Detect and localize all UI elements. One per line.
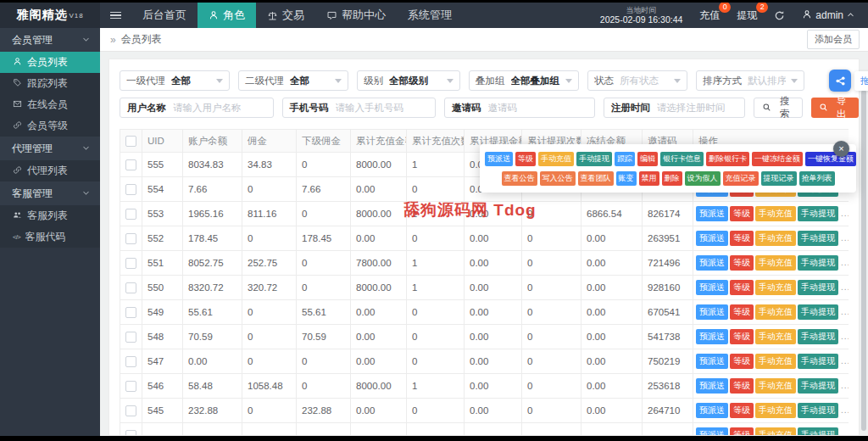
manual-withdraw-button[interactable]: 手动提现 [798,304,838,320]
pre-dispatch-button[interactable]: 预派送 [696,427,728,435]
popup-action-button[interactable]: 编辑 [637,152,658,166]
popup-action-button[interactable]: 查看团队 [578,171,614,186]
pre-dispatch-button[interactable]: 预派送 [696,231,728,246]
popup-action-button[interactable]: 设为假人 [685,171,721,186]
manual-withdraw-button[interactable]: 手动提现 [798,329,838,344]
popup-action-button[interactable]: 抢单列表 [799,171,835,186]
popup-action-button[interactable]: 账变 [616,171,637,186]
popup-action-button[interactable]: 一键冻结金额 [752,152,803,166]
close-icon[interactable]: × [833,141,849,157]
manual-recharge-button[interactable]: 手动充值 [755,280,796,295]
filter-select-status[interactable]: 状态 所有状态 [587,70,687,91]
pre-dispatch-button[interactable]: 预派送 [696,304,728,320]
manual-withdraw-button[interactable]: 手动提现 [798,231,838,246]
row-checkbox[interactable] [125,307,136,318]
select-all-checkbox[interactable] [125,136,136,147]
popup-action-button[interactable]: 一键恢复金额 [805,152,856,166]
row-checkbox[interactable] [125,258,136,269]
sidebar-group-agent[interactable]: 代理管理 [0,137,100,160]
manual-withdraw-button[interactable]: 手动提现 [798,280,838,295]
popup-action-button[interactable]: 删除 [662,171,682,186]
manual-recharge-button[interactable]: 手动充值 [755,378,796,394]
pre-dispatch-button[interactable]: 预派送 [696,280,728,295]
popup-action-button[interactable]: 跟踪 [615,152,635,166]
withdraw-link[interactable]: 提现 2 [737,8,757,23]
filter-select-agent2[interactable]: 二级代理 全部 [238,70,348,91]
manual-recharge-button[interactable]: 手动充值 [755,329,796,344]
level-button[interactable]: 等级 [730,329,754,344]
filter-select-sort[interactable]: 排序方式 默认排序 [696,70,804,91]
phone-field[interactable]: 手机号码 请输入手机号码 [282,98,437,118]
level-button[interactable]: 等级 [730,231,754,246]
manual-recharge-button[interactable]: 手动充值 [755,304,796,320]
manual-withdraw-button[interactable]: 手动提现 [798,255,838,271]
row-checkbox[interactable] [125,184,136,195]
row-more-button[interactable]: ... [841,209,849,218]
filter-select-level[interactable]: 级别 全部级别 [357,70,460,91]
sidebar-group-member[interactable]: 会员管理 [0,28,100,52]
popup-action-button[interactable]: 手动充值 [538,152,574,166]
row-more-button[interactable]: ... [841,430,849,435]
username-field[interactable]: 用户名称 请输入用户名称 [120,98,274,118]
row-checkbox[interactable] [125,332,136,343]
popup-action-button[interactable]: 等级 [515,152,536,166]
row-checkbox[interactable] [125,405,136,416]
popup-action-button[interactable]: 预派送 [485,152,513,166]
sidebar-item-agent-list[interactable]: 代理列表 [0,160,100,181]
popup-action-button[interactable]: 手动提现 [576,152,612,166]
row-more-button[interactable]: ... [841,381,849,390]
row-more-button[interactable]: ... [841,233,849,243]
filter-select-agent1[interactable]: 一级代理 全部 [120,70,230,91]
manual-withdraw-button[interactable]: 手动提现 [798,403,838,418]
manual-recharge-button[interactable]: 手动充值 [755,403,796,418]
level-button[interactable]: 等级 [730,427,754,435]
nav-item-system[interactable]: 系统管理 [397,3,463,28]
sidebar-item-track-list[interactable]: 跟踪列表 [0,73,100,94]
manual-recharge-button[interactable]: 手动充值 [755,354,796,369]
manual-recharge-button[interactable]: 手动充值 [755,206,796,221]
pre-dispatch-button[interactable]: 预派送 [696,403,728,418]
level-button[interactable]: 等级 [730,403,754,418]
row-checkbox[interactable] [125,356,136,367]
row-more-button[interactable]: ... [841,356,849,366]
hamburger-icon[interactable] [100,3,131,28]
scrollbar[interactable] [861,90,866,431]
row-checkbox[interactable] [125,233,136,244]
nav-item-trade[interactable]: 交易 [256,3,315,28]
pre-dispatch-button[interactable]: 预派送 [696,206,728,221]
recharge-link[interactable]: 充值 0 [699,8,720,23]
popup-action-button[interactable]: 删除银行卡 [706,152,749,166]
row-more-button[interactable]: ... [841,332,849,341]
popup-action-button[interactable]: 写入公告 [540,171,576,186]
level-button[interactable]: 等级 [730,354,754,369]
row-checkbox[interactable] [125,159,136,170]
nav-item-help[interactable]: 帮助中心 [315,3,397,28]
filter-select-stack-group[interactable]: 叠加组 全部叠加组 [469,70,579,91]
level-button[interactable]: 等级 [730,280,754,295]
user-menu[interactable]: admin [802,9,854,22]
manual-withdraw-button[interactable]: 手动提现 [798,206,838,221]
pre-dispatch-button[interactable]: 预派送 [696,378,728,394]
row-more-button[interactable]: ... [841,307,849,316]
popup-action-button[interactable]: 查看公告 [502,171,537,186]
export-button[interactable]: 导出 [811,98,859,118]
row-more-button[interactable]: ... [841,258,849,267]
share-nodes-icon[interactable] [829,70,851,92]
sidebar-item-member-list[interactable]: 会员列表 [0,52,100,73]
popup-action-button[interactable]: 充值记录 [723,171,759,186]
drag-widget[interactable]: 拖拽 [829,70,868,92]
add-member-button[interactable]: 添加会员 [807,30,860,49]
row-checkbox[interactable] [125,430,136,435]
search-button[interactable]: 搜索 [754,98,803,118]
nav-item-home[interactable]: 后台首页 [131,3,198,28]
row-checkbox[interactable] [125,381,136,392]
level-button[interactable]: 等级 [730,255,754,271]
manual-recharge-button[interactable]: 手动充值 [755,255,796,271]
sidebar-item-member-level[interactable]: 会员等级 [0,115,100,137]
row-more-button[interactable]: ... [841,282,849,292]
register-time-field[interactable]: 注册时间 请选择注册时间 [604,98,746,118]
level-button[interactable]: 等级 [730,206,754,221]
sidebar-item-service-code[interactable]: </> 客服代码 [0,226,100,248]
pre-dispatch-button[interactable]: 预派送 [696,255,728,271]
level-button[interactable]: 等级 [730,304,754,320]
